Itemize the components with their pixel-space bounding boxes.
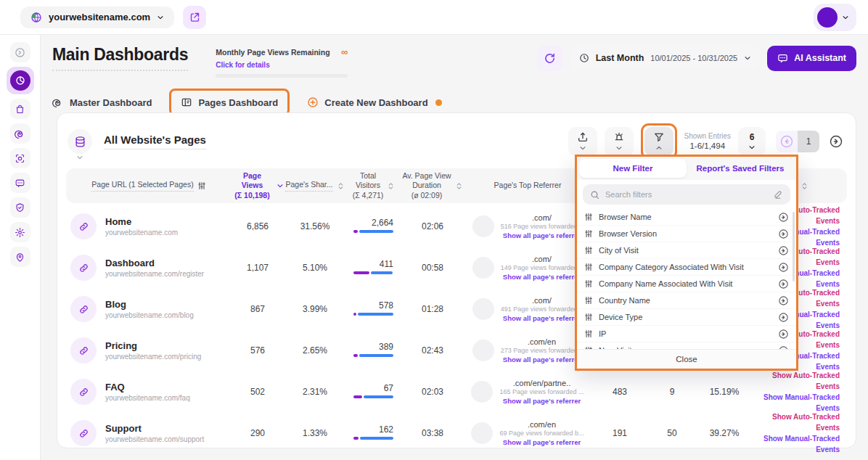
filter-item[interactable]: City of Visit (577, 242, 796, 259)
filter-search-input[interactable] (605, 190, 767, 199)
sidebar-item-expand[interactable] (10, 42, 30, 62)
filter-item[interactable]: Country Name (577, 292, 796, 309)
show-manual-tracked-events-link[interactable]: Show Manual-Tracked Events (753, 433, 840, 455)
sidebar-item-location[interactable] (10, 247, 30, 267)
page-link-icon[interactable] (70, 296, 97, 322)
col-total-visitors[interactable]: Total Visitors (Σ 4,271) (346, 171, 401, 200)
user-menu[interactable] (814, 4, 856, 31)
stat-value-2: 50 (648, 428, 696, 438)
page-name[interactable]: Pricing (105, 340, 201, 351)
export-button[interactable] (568, 127, 597, 156)
sliders-icon (584, 346, 593, 349)
current-page[interactable]: 1 (798, 131, 819, 152)
col-page-share[interactable]: Page's Shar... (284, 180, 346, 191)
close-filter-panel-button[interactable]: Close (577, 349, 796, 369)
alerts-button[interactable] (605, 127, 634, 156)
chat-icon (777, 53, 788, 64)
open-website-button[interactable] (183, 6, 206, 29)
page-link-icon[interactable] (70, 213, 97, 239)
show-auto-tracked-events-link[interactable]: Show Auto-Tracked Events (753, 411, 840, 433)
arrow-circle-right-icon[interactable] (778, 295, 789, 306)
page-link-icon[interactable] (70, 255, 97, 281)
col-label: Page's Shar... (285, 180, 332, 191)
referrer-detail: 69 Page views forwarded b... (499, 430, 584, 438)
referrer-avatar (472, 257, 494, 279)
show-all-referrers-link[interactable]: Show all page's referrer (499, 397, 584, 406)
page-name[interactable]: FAQ (105, 382, 190, 393)
filter-item[interactable]: New Visitors (577, 342, 796, 349)
arrow-circle-right-icon[interactable] (778, 345, 789, 350)
sidebar-item-visitors[interactable] (10, 148, 30, 168)
scrollbar-thumb[interactable] (793, 212, 795, 282)
next-page-button[interactable] (827, 132, 846, 151)
page-name[interactable]: Dashboard (105, 258, 204, 268)
col-label: Page's Top Referrer (494, 181, 562, 190)
col-label: Duration (402, 181, 451, 190)
tab-master-dashboard[interactable]: Master Dashboard (52, 96, 152, 108)
sidebar-item-sessions[interactable] (10, 123, 30, 144)
stat-value-1: 483 (591, 387, 648, 397)
chevron-down-icon (76, 154, 83, 161)
arrow-circle-right-icon[interactable] (778, 229, 789, 239)
show-manual-tracked-events-link[interactable]: Show Manual-Tracked Events (753, 392, 840, 414)
sidebar-item-feedback[interactable] (10, 173, 30, 193)
sidebar-item-dashboards[interactable] (7, 67, 34, 94)
col-page-url[interactable]: Page URL (1 Selected Pages) (66, 180, 232, 191)
sliders-icon (584, 296, 593, 305)
visitors-bar (353, 313, 394, 316)
date-range-picker[interactable]: Last Month 10/01/2025 - 10/31/2025 (570, 46, 761, 70)
show-auto-tracked-events-link[interactable]: Show Auto-Tracked Events (753, 370, 840, 392)
filter-item[interactable]: Company Name Associated With Visit (577, 276, 796, 292)
page-name[interactable]: Support (105, 423, 204, 434)
report-type-button[interactable] (67, 129, 92, 154)
filter-item[interactable]: IP (577, 326, 796, 342)
top-bar: yourwebsitename.com (0, 0, 868, 35)
show-all-referrers-link[interactable]: Show all page's referrer (501, 356, 584, 364)
filter-item[interactable]: Browser Name (577, 209, 796, 226)
duration-value: 02:03 (401, 387, 464, 397)
arrow-circle-right-icon[interactable] (778, 245, 789, 256)
arrow-circle-right-icon[interactable] (778, 262, 789, 273)
referrer-domain: .com/en (501, 337, 584, 347)
ai-assistant-button[interactable]: AI Assistant (767, 46, 856, 71)
visitors-cell: 578 (346, 300, 401, 318)
col-avg-duration[interactable]: Av. Page View Duration (ø 02:09) (401, 171, 464, 200)
page-link-icon[interactable] (70, 379, 97, 405)
tab-saved-filters[interactable]: Report's Saved Filters (687, 159, 794, 178)
arrow-circle-right-icon[interactable] (778, 279, 789, 289)
sidebar-item-settings[interactable] (10, 222, 30, 242)
tab-pages-dashboard[interactable]: Pages Dashboard (181, 96, 278, 108)
arrow-circle-right-icon[interactable] (778, 329, 789, 340)
website-selector[interactable]: yourwebsitename.com (20, 7, 174, 28)
tab-create-new-dashboard[interactable]: Create New Dashboard (307, 96, 441, 108)
refresh-button[interactable] (537, 45, 563, 71)
quota-details-link[interactable]: Click for details (216, 61, 269, 69)
filter-button[interactable] (644, 127, 673, 156)
filter-item[interactable]: Browser Version (577, 226, 796, 242)
page-link-icon[interactable] (70, 337, 97, 364)
show-all-referrers-link[interactable]: Show all page's referrer (501, 231, 584, 240)
filter-item[interactable]: Device Type (577, 309, 796, 326)
bar-purple-segment (353, 230, 358, 233)
page-name[interactable]: Home (105, 216, 178, 227)
tab-new-filter[interactable]: New Filter (579, 159, 687, 178)
filter-search[interactable] (583, 184, 790, 205)
sidebar-item-bag[interactable] (10, 99, 30, 119)
page-size-select[interactable]: 6 (738, 127, 766, 156)
col-page-views[interactable]: Page Views (Σ 10,198) (232, 171, 284, 200)
arrow-circle-right-icon[interactable] (778, 312, 789, 323)
quota-label: Monthly Page Views Remaining (216, 48, 329, 57)
page-name[interactable]: Blog (105, 299, 194, 310)
prev-page-button[interactable] (776, 131, 798, 152)
sidebar-item-privacy[interactable] (10, 197, 30, 218)
page-link-icon[interactable] (70, 420, 97, 446)
show-all-referrers-link[interactable]: Show all page's referrer (501, 273, 584, 282)
filter-item[interactable]: Company Category Associated With Visit (577, 259, 796, 276)
show-all-referrers-link[interactable]: Show all page's referrer (499, 438, 584, 447)
eraser-icon[interactable] (773, 189, 783, 200)
bar-purple-segment (353, 354, 358, 357)
show-all-referrers-link[interactable]: Show all page's referrer (501, 314, 584, 323)
referrer-avatar (472, 215, 494, 237)
chevron-down-icon (842, 14, 849, 21)
arrow-circle-right-icon[interactable] (778, 212, 789, 223)
